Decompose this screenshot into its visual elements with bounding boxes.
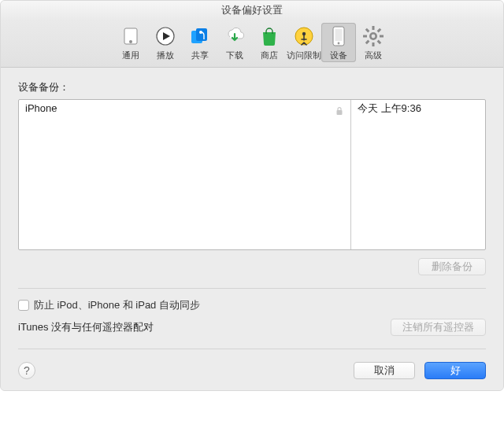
cloud-download-icon [223,24,246,48]
deauthorize-remotes-button: 注销所有遥控器 [391,319,486,336]
general-icon [119,24,143,48]
tab-downloads[interactable]: 下载 [217,23,252,62]
tab-parental[interactable]: 访问限制 [287,23,321,62]
table-row[interactable]: 今天 上午9:36 [351,100,485,117]
tab-store[interactable]: 商店 [252,23,287,62]
content-area: 设备备份： iPhone 今天 上午9:36 删除备份 [1,68,503,390]
preferences-window: 设备偏好设置 通用 播放 共享 下载 [0,0,504,391]
options-area: 防止 iPod、iPhone 和 iPad 自动同步 iTunes 没有与任何遥… [18,298,486,336]
prevent-autosync-row[interactable]: 防止 iPod、iPhone 和 iPad 自动同步 [18,298,486,312]
cancel-button[interactable]: 取消 [354,362,415,379]
parental-icon [292,24,316,48]
help-button[interactable]: ? [18,362,35,379]
tab-label: 高级 [365,50,382,61]
device-icon [327,24,350,48]
tab-playback[interactable]: 播放 [148,23,183,62]
backups-time-column: 今天 上午9:36 [351,100,485,249]
prevent-autosync-label: 防止 iPod、iPhone 和 iPad 自动同步 [34,298,200,312]
tab-label: 播放 [157,50,174,61]
help-icon: ? [24,364,30,377]
separator [18,288,486,289]
delete-backup-button: 删除备份 [418,258,486,275]
svg-rect-22 [337,110,343,115]
svg-point-11 [338,42,340,45]
tab-sharing[interactable]: 共享 [183,23,217,62]
ok-button[interactable]: 好 [424,362,486,379]
svg-rect-16 [380,35,384,38]
separator [18,349,486,349]
tab-label: 下载 [226,50,243,61]
svg-rect-19 [365,28,370,33]
footer: ? 取消 好 [18,359,486,379]
tab-label: 访问限制 [287,50,321,61]
prevent-autosync-checkbox[interactable] [18,300,29,311]
backups-device-column: iPhone [19,100,351,249]
play-icon [154,24,177,48]
svg-rect-1 [129,40,132,43]
tab-label: 设备 [330,50,347,61]
svg-rect-5 [196,28,207,41]
svg-point-6 [199,31,202,34]
window-title: 设备偏好设置 [1,1,503,20]
preferences-toolbar: 通用 播放 共享 下载 商店 [1,20,503,68]
device-backups-label: 设备备份： [18,80,486,94]
tab-advanced[interactable]: 高级 [356,23,391,62]
tab-devices[interactable]: 设备 [321,23,356,62]
backup-time: 今天 上午9:36 [358,100,421,117]
svg-rect-14 [372,42,375,46]
backup-device-name: iPhone [25,100,57,117]
tab-general[interactable]: 通用 [113,23,148,62]
svg-rect-17 [377,28,382,33]
sharing-icon [188,24,212,48]
svg-rect-20 [377,40,382,45]
svg-rect-10 [335,29,343,41]
svg-rect-15 [363,35,367,38]
tab-label: 通用 [122,50,139,61]
shopping-bag-icon [258,24,281,48]
remote-pair-status: iTunes 没有与任何遥控器配对 [18,320,391,334]
table-row[interactable]: iPhone [19,100,350,117]
tab-label: 商店 [261,50,278,61]
device-backups-table[interactable]: iPhone 今天 上午9:36 [18,99,486,250]
svg-rect-13 [372,26,375,30]
svg-rect-18 [365,40,370,45]
svg-point-21 [372,35,376,39]
lock-icon [335,104,344,113]
gear-icon [361,24,385,48]
tab-label: 共享 [191,50,209,61]
